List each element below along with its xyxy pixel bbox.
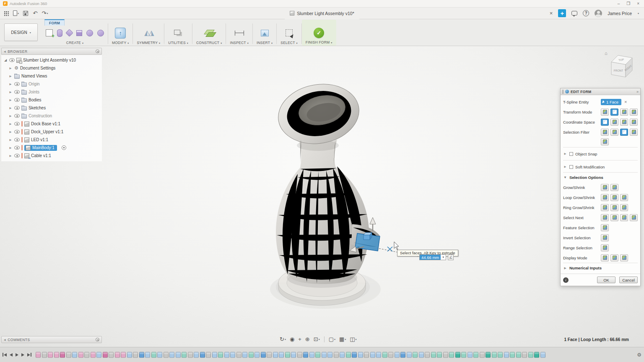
modify-menu[interactable]: MODIFY▾ xyxy=(112,41,129,45)
file-menu-icon[interactable]: ▾ xyxy=(12,9,20,18)
expander-icon[interactable]: ▶ xyxy=(8,114,13,118)
edge-filter-icon-button[interactable] xyxy=(610,129,618,136)
display-box-icon-button[interactable] xyxy=(601,254,609,261)
browser-item[interactable]: ▶LED v1:1 xyxy=(1,136,102,144)
timeline-feature-icon[interactable] xyxy=(133,352,138,358)
simple-translate-icon-button[interactable] xyxy=(601,109,609,116)
inspect-menu[interactable]: INSPECT▾ xyxy=(230,41,248,45)
invert-selection-icon-button[interactable] xyxy=(601,234,609,241)
loop-select-icon-button[interactable] xyxy=(601,194,609,201)
timeline-feature-icon[interactable] xyxy=(455,352,460,358)
timeline-feature-icon[interactable] xyxy=(340,352,345,358)
plane-primitive-icon[interactable] xyxy=(65,29,73,36)
edit-form-tool-icon[interactable]: ↑ xyxy=(115,28,126,39)
drag-grip-icon[interactable] xyxy=(562,90,564,94)
timeline-feature-icon[interactable] xyxy=(236,352,242,358)
grid-settings-icon[interactable]: ▦▾ xyxy=(338,335,347,343)
timeline-feature-icon[interactable] xyxy=(395,352,400,358)
timeline-feature-icon[interactable] xyxy=(309,352,314,358)
visibility-eye-icon[interactable] xyxy=(14,90,20,94)
timeline-feature-icon[interactable] xyxy=(297,352,302,358)
activate-component-radio[interactable] xyxy=(62,145,66,150)
timeline-feature-icon[interactable] xyxy=(72,352,77,358)
body-filter-icon-button[interactable] xyxy=(630,129,638,136)
timeline-feature-icon[interactable] xyxy=(400,352,405,358)
timeline-feature-icon[interactable] xyxy=(291,352,296,358)
finish-form-check-icon[interactable]: ✓ xyxy=(314,28,324,38)
timeline-feature-icon[interactable] xyxy=(285,352,290,358)
object-snap-checkbox[interactable] xyxy=(569,152,573,156)
timeline-feature-icon[interactable] xyxy=(127,352,132,358)
timeline-feature-icon[interactable] xyxy=(303,352,308,358)
browser-item-label[interactable]: Bodies xyxy=(29,98,42,102)
ring-shrink-icon-button[interactable] xyxy=(620,204,628,211)
face-filter-icon-button[interactable] xyxy=(620,129,628,136)
shrink-icon-button[interactable] xyxy=(610,184,618,191)
next-right-icon-button[interactable] xyxy=(610,214,618,221)
ok-button[interactable]: OK xyxy=(597,277,615,283)
zoom-icon[interactable]: ⊕ xyxy=(304,335,311,343)
timeline-feature-icon[interactable] xyxy=(327,352,332,358)
view-space-icon-button[interactable] xyxy=(610,119,618,126)
timeline-feature-icon[interactable] xyxy=(504,352,509,358)
undo-icon[interactable]: ↶ xyxy=(31,9,39,18)
timeline-feature-icon[interactable] xyxy=(96,352,101,358)
timeline-feature-icon[interactable] xyxy=(364,352,369,358)
info-icon[interactable]: i xyxy=(563,277,569,283)
browser-item[interactable]: ▶Bodies xyxy=(1,96,102,104)
dimension-dropdown-caret-icon[interactable]: ▼ xyxy=(441,256,446,259)
timeline-feature-icon[interactable] xyxy=(212,352,217,358)
expander-icon[interactable]: ◢ xyxy=(3,58,8,62)
display-control-frame-icon-button[interactable] xyxy=(610,254,618,261)
finish-form-menu[interactable]: FINISH FORM▾ xyxy=(306,40,332,44)
timeline-feature-icon[interactable] xyxy=(169,352,174,358)
dimension-value[interactable]: 44.66 mm xyxy=(420,255,441,260)
avatar[interactable] xyxy=(595,10,602,17)
timeline-feature-icon[interactable] xyxy=(437,352,442,358)
select-menu[interactable]: SELECT▾ xyxy=(280,41,298,45)
timeline-feature-icon[interactable] xyxy=(188,352,193,358)
browser-item-label[interactable]: Cable v1:1 xyxy=(31,153,51,158)
timeline-feature-icon[interactable] xyxy=(115,352,120,358)
timeline-feature-icon[interactable] xyxy=(157,352,162,358)
timeline-feature-icon[interactable] xyxy=(249,352,254,358)
timeline-feature-icon[interactable] xyxy=(273,352,278,358)
insert-icon[interactable] xyxy=(261,30,269,36)
next-down-icon-button[interactable] xyxy=(630,214,638,221)
timeline-feature-icon[interactable] xyxy=(388,352,393,358)
browser-item-label[interactable]: Slumber Light Assembly v10 xyxy=(23,58,76,62)
expander-icon[interactable]: ▶ xyxy=(8,98,13,102)
visibility-eye-icon[interactable] xyxy=(14,154,20,158)
visibility-eye-icon[interactable] xyxy=(14,130,20,134)
timeline-feature-icon[interactable] xyxy=(279,352,284,358)
insert-menu[interactable]: INSERT▾ xyxy=(257,41,273,45)
ring-grow-icon-button[interactable] xyxy=(610,204,618,211)
visibility-eye-icon[interactable] xyxy=(14,82,20,86)
timeline-feature-icon[interactable] xyxy=(449,352,454,358)
timeline-feature-icon[interactable] xyxy=(315,352,320,358)
timeline-feature-icon[interactable] xyxy=(242,352,247,358)
cancel-button[interactable]: Cancel xyxy=(619,277,638,283)
new-tab-icon[interactable]: + xyxy=(558,9,566,17)
browser-header[interactable]: ◀ BROWSER xyxy=(1,48,102,55)
document-tab[interactable]: Slumber Light Assembly v10* xyxy=(285,8,359,19)
timeline-feature-icon[interactable] xyxy=(334,352,339,358)
timeline-feature-icon[interactable] xyxy=(230,352,235,358)
close-icon[interactable]: × xyxy=(637,0,639,8)
timeline-feature-icon[interactable] xyxy=(419,352,424,358)
construct-plane-icon[interactable] xyxy=(204,29,215,37)
expander-icon[interactable]: ▶ xyxy=(8,122,13,126)
look-at-icon[interactable]: ◉ xyxy=(288,335,296,343)
selection-options-header[interactable]: ▼ Selection Options xyxy=(563,172,638,182)
timeline-feature-icon[interactable] xyxy=(461,352,466,358)
world-space-icon-button[interactable] xyxy=(601,119,609,126)
browser-item[interactable]: ▶Dock Base v1:1 xyxy=(1,120,102,128)
pan-icon[interactable]: + xyxy=(297,335,303,343)
timeline-feature-icon[interactable] xyxy=(176,352,181,358)
pivot-set-icon-button[interactable] xyxy=(620,109,628,116)
timeline-feature-icon[interactable] xyxy=(346,352,351,358)
viewports-icon[interactable]: ◫▾ xyxy=(348,335,358,343)
timeline-feature-icon[interactable] xyxy=(84,352,89,358)
collapse-browser-icon[interactable]: ◀ xyxy=(4,50,6,53)
visibility-eye-icon[interactable] xyxy=(14,138,20,142)
